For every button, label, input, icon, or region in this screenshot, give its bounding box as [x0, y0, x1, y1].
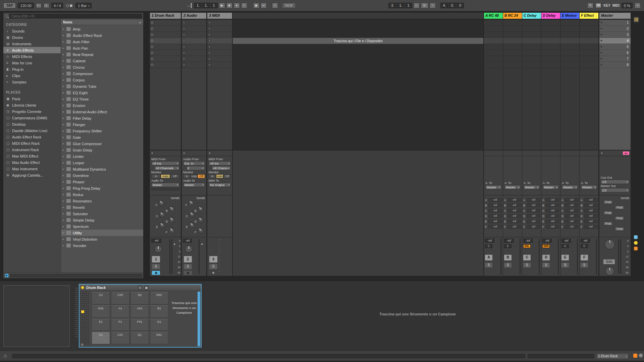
post-toggle-d[interactable]: Post: [615, 216, 624, 220]
clip-slot[interactable]: [522, 20, 541, 26]
send-level[interactable]: -inf: [584, 198, 597, 202]
input-type-select[interactable]: All Ins▾: [209, 161, 231, 166]
browser-device-looper[interactable]: ▸Looper: [61, 160, 143, 166]
arm-record-button[interactable]: [152, 271, 160, 275]
show-mixer-indicator[interactable]: [634, 247, 638, 250]
clip-slot[interactable]: [522, 38, 541, 44]
master-pan-knob[interactable]: [605, 239, 615, 249]
clip-slot[interactable]: [207, 62, 232, 68]
post-toggle-e[interactable]: Post: [603, 222, 613, 226]
expander-icon[interactable]: ▸: [63, 238, 66, 241]
sidebar-item-audio-effect-rack[interactable]: ▢Audio Effect Rack: [3, 134, 61, 140]
send-level[interactable]: -inf: [527, 203, 540, 207]
return-solo-button[interactable]: S: [581, 263, 588, 267]
sidebar-item-max-for-live[interactable]: ≡Max for Live: [3, 60, 61, 66]
send-level[interactable]: -inf: [507, 214, 521, 218]
expander-icon[interactable]: ▸: [63, 199, 66, 202]
send-level[interactable]: -inf: [527, 214, 540, 218]
browser-device-gate[interactable]: ▸Gate: [61, 134, 143, 140]
send-level[interactable]: -inf: [565, 225, 578, 229]
input-channel-select[interactable]: All Channels▾: [154, 166, 179, 170]
browser-device-overdrive[interactable]: ▸Overdrive: [61, 172, 143, 179]
sidebar-item-plug-in[interactable]: ◧Plug-in: [3, 66, 61, 72]
track-drop-area[interactable]: Trascina qui i File e i Dispositivi: [233, 13, 483, 276]
mixer-section-toggle-icon[interactable]: [634, 17, 639, 22]
input-type-select[interactable]: All Ins▾: [151, 161, 179, 166]
browser-device-utility[interactable]: ▸Utility: [61, 230, 143, 236]
return-solo-button[interactable]: S: [523, 263, 531, 267]
send-knob-d[interactable]: [198, 217, 204, 223]
return-solo-button[interactable]: S: [542, 263, 550, 267]
scene-launch-icon[interactable]: ▶: [601, 21, 602, 24]
cue-out-select[interactable]: 1/2▾: [601, 180, 629, 184]
stop-all-clips-button[interactable]: [600, 152, 603, 155]
drum-pad-g-1[interactable]: G#1: [92, 305, 110, 318]
clip-slot[interactable]: [541, 56, 560, 62]
send-level[interactable]: -inf: [546, 209, 559, 213]
send-level[interactable]: -inf: [507, 220, 521, 223]
drum-pad-b1[interactable]: B1: [150, 305, 168, 318]
device-title-bar[interactable]: Drum Rack ⊙ ▣: [79, 285, 201, 291]
arrangement-position-display[interactable]: 1.1.1: [194, 3, 218, 8]
expander-icon[interactable]: ▸: [63, 27, 66, 31]
clip-slot[interactable]: [541, 26, 560, 32]
return-activator-button[interactable]: B: [504, 255, 512, 260]
browser-device-simple-delay[interactable]: ▸Simple Delay: [61, 217, 143, 223]
drum-pad-d2[interactable]: D2: [130, 292, 149, 304]
back-to-arrangement-button[interactable]: [623, 152, 629, 155]
clip-slot[interactable]: [150, 62, 181, 68]
browser-device-beat-repeat[interactable]: ▸Beat Repeat: [61, 51, 143, 58]
clip-slot[interactable]: [541, 38, 560, 44]
expander-icon[interactable]: ▸: [63, 98, 66, 101]
pan-knob[interactable]: [185, 245, 193, 253]
monitor-auto-button[interactable]: Auto: [161, 174, 170, 178]
arm-record-button[interactable]: [184, 271, 192, 275]
return-activator-button[interactable]: D: [542, 255, 550, 260]
clip-slot[interactable]: [522, 56, 541, 62]
browser-device-vinyl-distortion[interactable]: ▸Vinyl Distortion: [61, 236, 143, 242]
sidebar-item-midi-effects[interactable]: ◇MIDI Effects: [3, 53, 61, 60]
clip-slot[interactable]: [580, 50, 598, 56]
browser-device-dynamic-tube[interactable]: ▸Dynamic Tube: [61, 83, 143, 89]
send-knob-e[interactable]: [189, 222, 195, 228]
notification-icon[interactable]: [639, 353, 643, 358]
drum-pad-d-1[interactable]: D#1: [150, 332, 168, 344]
pad-grid-toggle-icon[interactable]: ⊞: [81, 343, 84, 346]
scene-launch-icon[interactable]: ▶: [601, 57, 602, 60]
input-channel-select[interactable]: 2▾: [186, 166, 205, 170]
clip-slot[interactable]: [560, 62, 579, 68]
clip-slot[interactable]: [207, 32, 232, 38]
sidebar-item-desktop[interactable]: ▢Desktop: [3, 121, 61, 127]
clip-slot[interactable]: [560, 50, 579, 56]
return-track-header[interactable]: D Delay: [541, 13, 560, 19]
browser-device-vocoder[interactable]: ▸Vocoder: [61, 242, 143, 249]
browser-device-limiter[interactable]: ▸Limiter: [61, 153, 143, 160]
return-volume-display[interactable]: -Inf: [561, 239, 571, 243]
show-io-indicator[interactable]: [634, 235, 638, 239]
monitor-off-button[interactable]: Off: [223, 174, 231, 178]
send-level[interactable]: -inf: [565, 220, 578, 223]
drum-pad-c1[interactable]: C1: [92, 332, 110, 344]
expander-icon[interactable]: ▸: [63, 34, 66, 37]
browser-device-ping-pong-delay[interactable]: ▸Ping Pong Delay: [61, 185, 143, 191]
sidebar-item-audio-effects[interactable]: ◈Audio Effects: [3, 47, 61, 53]
return-output-select[interactable]: Master▾: [543, 185, 559, 189]
sidebar-item-sounds[interactable]: ♪Sounds: [3, 28, 61, 34]
list-column-header[interactable]: Nome ▲: [61, 19, 143, 25]
solo-button[interactable]: S: [209, 264, 217, 269]
browser-device-compressor[interactable]: ▸Compressor: [61, 70, 143, 77]
return-pan-display[interactable]: C: [504, 244, 512, 248]
expander-icon[interactable]: ▸: [63, 47, 66, 50]
drum-pad-a1[interactable]: A1: [111, 305, 129, 318]
return-solo-button[interactable]: S: [485, 263, 492, 267]
clip-slot[interactable]: [503, 38, 522, 44]
monitor-in-button[interactable]: In: [151, 174, 161, 178]
send-knob-a[interactable]: [159, 200, 164, 206]
draw-pencil-icon[interactable]: ✎: [587, 3, 593, 8]
device-activator-led[interactable]: [81, 286, 84, 289]
expander-icon[interactable]: ▸: [63, 155, 66, 158]
return-volume-display[interactable]: -Inf: [504, 239, 514, 243]
drum-pad-f-1[interactable]: F#1: [130, 319, 149, 331]
clip-slot[interactable]: [182, 38, 206, 44]
clip-slot[interactable]: [541, 44, 560, 50]
